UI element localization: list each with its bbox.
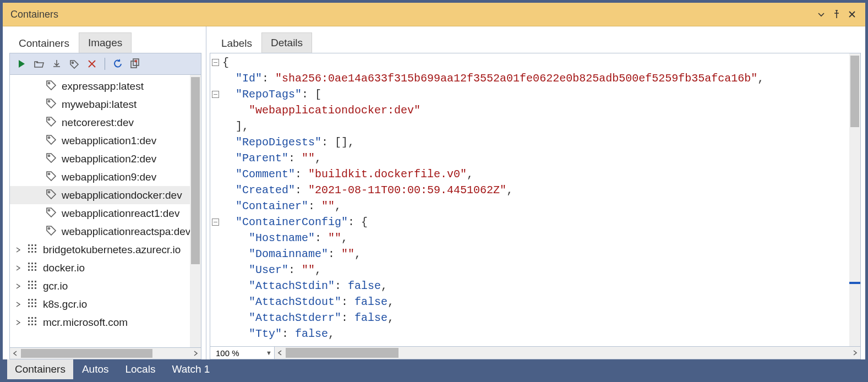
svg-rect-54 bbox=[28, 324, 30, 325]
fold-toggle-icon[interactable] bbox=[212, 59, 219, 66]
scroll-right-icon[interactable] bbox=[190, 348, 201, 359]
tree-horizontal-scrollbar[interactable] bbox=[9, 348, 201, 359]
tree-row[interactable]: mywebapi:latest bbox=[10, 95, 190, 113]
expand-icon[interactable] bbox=[14, 302, 22, 307]
tree-row[interactable]: gcr.io bbox=[10, 277, 190, 295]
tree-row[interactable]: webapplicationreactspa:dev bbox=[10, 222, 190, 241]
svg-rect-19 bbox=[31, 251, 33, 253]
editor-code-area[interactable]: { "Id": "sha256:0ae14a633f315b699aa12f35… bbox=[222, 53, 849, 346]
tree-item-label: webapplicationreactspa:dev bbox=[62, 226, 190, 238]
tree-item-label: webapplicationdocker:dev bbox=[62, 189, 182, 201]
scroll-left-icon[interactable] bbox=[10, 348, 21, 359]
tree-row[interactable]: webapplicationdocker:dev bbox=[10, 186, 190, 204]
tree-row[interactable]: docker.io bbox=[10, 259, 190, 277]
bottom-tab[interactable]: Autos bbox=[74, 359, 117, 379]
editor-fold-gutter[interactable] bbox=[210, 53, 222, 346]
bottom-tab[interactable]: Locals bbox=[117, 359, 163, 379]
editor-vertical-scrollbar[interactable] bbox=[849, 53, 860, 346]
tree-row[interactable]: webapplication1:dev bbox=[10, 132, 190, 150]
svg-point-8 bbox=[48, 173, 50, 175]
svg-rect-42 bbox=[28, 302, 30, 304]
expand-icon[interactable] bbox=[14, 265, 22, 271]
scroll-right-icon[interactable] bbox=[849, 347, 860, 359]
svg-rect-29 bbox=[35, 269, 36, 271]
expand-icon[interactable] bbox=[14, 320, 22, 325]
left-tabs: Containers Images bbox=[9, 26, 201, 53]
bottom-tab[interactable]: Watch 1 bbox=[164, 359, 217, 379]
delete-button[interactable] bbox=[84, 56, 100, 72]
image-tree[interactable]: expressapp:latestmywebapi:latestnetcorer… bbox=[10, 75, 190, 347]
svg-rect-21 bbox=[28, 263, 30, 264]
tree-item-label: netcorerest:dev bbox=[62, 117, 134, 129]
svg-point-3 bbox=[48, 83, 50, 84]
tree-row[interactable]: k8s.gcr.io bbox=[10, 295, 190, 313]
svg-rect-53 bbox=[35, 320, 36, 322]
svg-rect-37 bbox=[31, 287, 33, 289]
svg-rect-15 bbox=[28, 248, 30, 249]
tag-icon bbox=[45, 170, 57, 184]
scroll-left-icon[interactable] bbox=[275, 347, 286, 359]
svg-rect-27 bbox=[28, 269, 30, 271]
close-icon[interactable] bbox=[844, 7, 860, 22]
details-editor[interactable]: { "Id": "sha256:0ae14a633f315b699aa12f35… bbox=[210, 53, 860, 346]
tab-containers[interactable]: Containers bbox=[9, 33, 79, 53]
svg-point-0 bbox=[72, 62, 74, 64]
svg-rect-43 bbox=[31, 302, 33, 304]
tab-images[interactable]: Images bbox=[79, 32, 132, 53]
toolbar-separator bbox=[105, 58, 105, 70]
tree-row[interactable]: webapplication2:dev bbox=[10, 150, 190, 168]
svg-rect-41 bbox=[35, 299, 36, 301]
svg-rect-16 bbox=[31, 248, 33, 249]
tree-row[interactable]: webapplication9:dev bbox=[10, 168, 190, 186]
zoom-selector[interactable]: 100 % ▼ bbox=[210, 347, 275, 359]
registry-icon bbox=[26, 279, 39, 293]
svg-rect-47 bbox=[35, 305, 36, 307]
tree-item-label: webapplicationreact1:dev bbox=[62, 208, 179, 220]
svg-rect-35 bbox=[35, 284, 36, 286]
svg-point-5 bbox=[48, 119, 50, 121]
fold-toggle-icon[interactable] bbox=[212, 219, 219, 226]
expand-icon[interactable] bbox=[14, 283, 22, 289]
svg-rect-23 bbox=[35, 263, 36, 264]
refresh-button[interactable] bbox=[110, 56, 126, 72]
svg-rect-22 bbox=[31, 263, 33, 264]
bottom-tab[interactable]: Containers bbox=[7, 359, 73, 379]
fold-toggle-icon[interactable] bbox=[212, 91, 219, 98]
editor-footer: 100 % ▼ bbox=[210, 346, 860, 359]
svg-rect-56 bbox=[35, 324, 36, 325]
tree-item-label: webapplication9:dev bbox=[62, 171, 156, 183]
window-options-dropdown-icon[interactable] bbox=[814, 7, 829, 22]
tree-item-label: docker.io bbox=[43, 262, 85, 274]
tag-icon bbox=[45, 79, 57, 93]
tag-icon bbox=[45, 188, 57, 202]
svg-rect-13 bbox=[31, 244, 33, 246]
tree-row[interactable]: expressapp:latest bbox=[10, 77, 190, 95]
tree-row[interactable]: webapplicationreact1:dev bbox=[10, 204, 190, 222]
image-tree-wrap: expressapp:latestmywebapi:latestnetcorer… bbox=[9, 75, 201, 348]
expand-icon[interactable] bbox=[14, 247, 22, 253]
pull-button[interactable] bbox=[48, 56, 65, 72]
svg-rect-49 bbox=[31, 317, 33, 319]
svg-rect-46 bbox=[31, 305, 33, 307]
tab-labels[interactable]: Labels bbox=[212, 33, 261, 53]
main-split: Containers Images bbox=[3, 26, 865, 359]
tree-row[interactable]: mcr.microsoft.com bbox=[10, 313, 190, 331]
tree-vertical-scrollbar[interactable] bbox=[190, 75, 201, 347]
open-folder-button[interactable] bbox=[31, 56, 47, 72]
prune-button[interactable] bbox=[127, 56, 144, 72]
tree-row[interactable]: bridgetokubernetes.azurecr.io bbox=[10, 241, 190, 259]
svg-rect-50 bbox=[35, 317, 36, 319]
tree-row[interactable]: netcorerest:dev bbox=[10, 113, 190, 132]
svg-point-7 bbox=[48, 155, 50, 157]
pin-icon[interactable] bbox=[829, 7, 844, 22]
run-button[interactable] bbox=[13, 56, 30, 72]
tree-item-label: bridgetokubernetes.azurecr.io bbox=[43, 244, 181, 256]
svg-rect-12 bbox=[28, 244, 30, 246]
editor-horizontal-scrollbar[interactable] bbox=[275, 347, 860, 359]
svg-rect-2 bbox=[133, 59, 139, 66]
details-editor-frame: { "Id": "sha256:0ae14a633f315b699aa12f35… bbox=[210, 53, 861, 359]
tree-item-label: mywebapi:latest bbox=[62, 99, 137, 111]
tag-button[interactable] bbox=[66, 56, 83, 72]
tab-details[interactable]: Details bbox=[261, 32, 312, 53]
tree-item-label: expressapp:latest bbox=[62, 80, 144, 92]
